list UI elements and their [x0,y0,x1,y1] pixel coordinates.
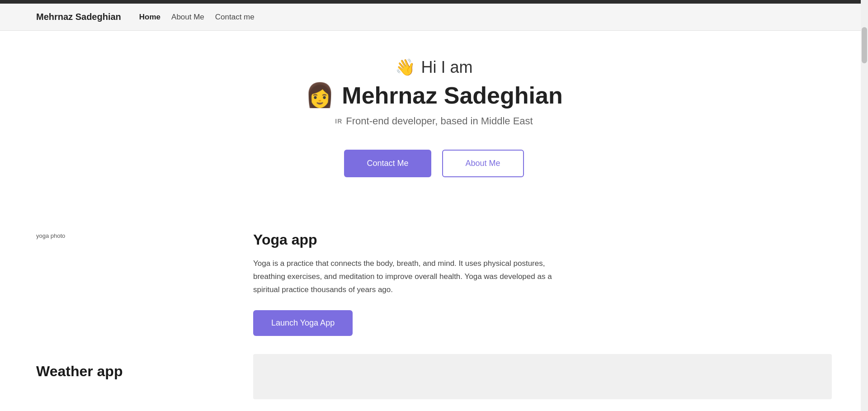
projects-section: yoga photo Yoga app Yoga is a practice t… [0,222,868,336]
hero-name: 👩 Mehrnaz Sadeghian [305,81,562,109]
hero-section: 👋 Hi I am 👩 Mehrnaz Sadeghian IR Front-e… [0,31,868,222]
hero-buttons: Contact Me About Me [344,150,524,177]
flag-text: IR [335,118,342,125]
nav-links: Home About Me Contact me [139,13,255,22]
person-emoji: 👩 [305,81,335,109]
about-me-button[interactable]: About Me [442,150,524,177]
scrollbar-thumb[interactable] [862,27,867,63]
navbar-brand: Mehrnaz Sadeghian [36,12,121,22]
nav-link-home[interactable]: Home [139,13,160,21]
subtitle-text: Front-end developer, based in Middle Eas… [346,115,533,127]
scrollbar-track [861,0,868,411]
greeting-text: Hi I am [421,58,472,77]
nav-link-about[interactable]: About Me [171,13,204,21]
contact-me-button[interactable]: Contact Me [344,150,431,177]
nav-item-about[interactable]: About Me [171,13,204,22]
hero-greeting: 👋 Hi I am [395,58,472,77]
weather-preview [253,354,832,399]
nav-link-contact[interactable]: Contact me [215,13,255,21]
weather-section: Weather app [0,354,868,399]
navbar: Mehrnaz Sadeghian Home About Me Contact … [0,4,868,31]
weather-project-title: Weather app [36,363,217,380]
yoga-project-info: Yoga app Yoga is a practice that connect… [253,222,832,336]
yoga-photo: yoga photo [36,232,65,239]
wave-emoji: 👋 [395,58,415,77]
nav-item-contact[interactable]: Contact me [215,13,255,22]
weather-info: Weather app [36,354,217,380]
yoga-image-area: yoga photo [36,222,217,249]
top-bar [0,0,868,4]
nav-item-home[interactable]: Home [139,13,160,22]
hero-subtitle: IR Front-end developer, based in Middle … [335,115,533,127]
hero-name-text: Mehrnaz Sadeghian [342,82,562,109]
yoga-project-description: Yoga is a practice that connects the bod… [253,257,561,297]
yoga-project-title: Yoga app [253,231,832,248]
launch-yoga-button[interactable]: Launch Yoga App [253,310,353,336]
